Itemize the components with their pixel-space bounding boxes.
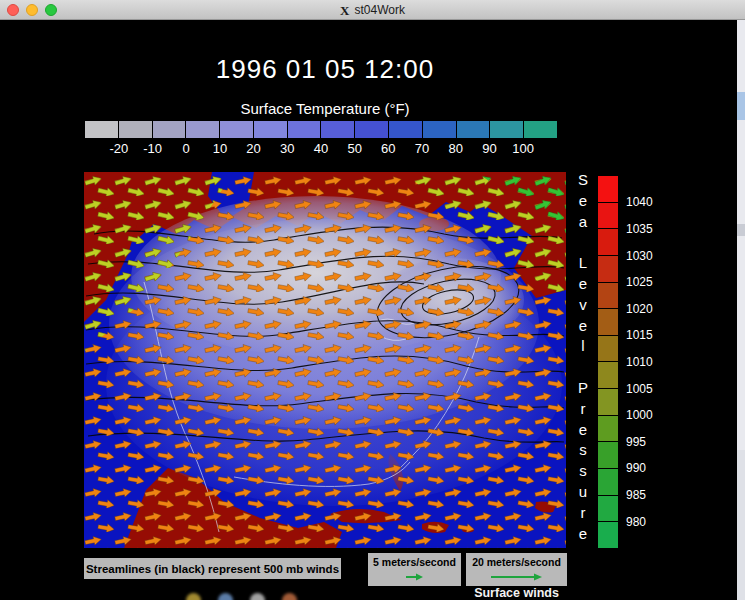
pressure-color-segment — [598, 362, 618, 388]
temp-tick: 50 — [338, 141, 372, 156]
pressure-tick: 1010 — [626, 349, 670, 376]
dock-icon-blur — [282, 593, 297, 600]
temp-color-segment — [288, 121, 321, 138]
wind-legend-20ms: 20 meters/second — [466, 553, 567, 586]
temp-color-segment — [186, 121, 219, 138]
temp-tick: -10 — [136, 141, 170, 156]
pressure-scale-title: S e a L e v e l P r e s s u r e — [573, 170, 593, 544]
temp-color-segment — [490, 121, 523, 138]
sliver-blue-block — [737, 92, 745, 120]
temp-color-segment — [321, 121, 354, 138]
temp-tick: 0 — [169, 141, 203, 156]
wind-arrow-5ms-icon — [404, 572, 426, 582]
temp-tick: 70 — [405, 141, 439, 156]
temp-tick: 60 — [372, 141, 406, 156]
pressure-tick: 990 — [626, 455, 670, 482]
pressure-color-segment — [598, 256, 618, 282]
temp-color-segment — [153, 121, 186, 138]
pressure-tick: 1005 — [626, 375, 670, 402]
temp-color-segment — [220, 121, 253, 138]
pressure-color-segment — [598, 336, 618, 362]
pressure-tick: 1015 — [626, 322, 670, 349]
screen: X st04Work 1996 01 05 12:00 Surface Temp… — [0, 0, 745, 600]
temp-tick: 30 — [270, 141, 304, 156]
pressure-color-segment — [598, 309, 618, 335]
surface-wind-field — [84, 172, 566, 548]
temp-tick: 40 — [304, 141, 338, 156]
temp-color-segment — [457, 121, 490, 138]
pressure-tick: 1020 — [626, 295, 670, 322]
pressure-colorbar — [598, 176, 618, 548]
pressure-color-segment — [598, 229, 618, 255]
temp-color-segment — [355, 121, 388, 138]
pressure-tick-labels: 1040103510301025102010151010100510009959… — [626, 176, 670, 548]
pressure-color-segment — [598, 496, 618, 522]
temp-tick: 100 — [506, 141, 540, 156]
background-window-sliver — [737, 20, 745, 600]
temp-tick: 90 — [473, 141, 507, 156]
temp-color-segment — [524, 121, 557, 138]
temp-scale-title: Surface Temperature (°F) — [84, 100, 566, 117]
streamline-note: Streamlines (in black) represent 500 mb … — [84, 558, 341, 579]
window-title: X st04Work — [0, 0, 745, 20]
temp-color-segment — [85, 121, 118, 138]
temp-color-segment — [119, 121, 152, 138]
pressure-tick: 980 — [626, 508, 670, 535]
pressure-color-segment — [598, 176, 618, 202]
pressure-color-segment — [598, 283, 618, 309]
pressure-tick: 1025 — [626, 269, 670, 296]
temp-tick: -20 — [102, 141, 136, 156]
x11-icon: X — [340, 4, 349, 17]
temp-color-segment — [389, 121, 422, 138]
dock-icon-blur — [186, 593, 201, 600]
pressure-color-segment — [598, 416, 618, 442]
timestamp: 1996 01 05 12:00 — [84, 54, 566, 85]
temp-color-segment — [423, 121, 456, 138]
wind-legend-20ms-label: 20 meters/second — [472, 556, 561, 568]
wind-legend-5ms: 5 meters/second — [368, 553, 461, 586]
dock-icon-blur — [250, 593, 265, 600]
pressure-tick: 1035 — [626, 216, 670, 243]
window-titlebar[interactable]: X st04Work — [0, 0, 745, 20]
pressure-tick: 1030 — [626, 242, 670, 269]
pressure-color-segment — [598, 442, 618, 468]
pressure-color-segment — [598, 203, 618, 229]
dock-icons-sliver — [178, 592, 338, 600]
pressure-color-segment — [598, 522, 618, 548]
wind-arrow-20ms-icon — [489, 572, 545, 582]
wind-legend-5ms-label: 5 meters/second — [373, 556, 456, 568]
dock-icon-blur — [218, 593, 233, 600]
pressure-tick: 985 — [626, 482, 670, 509]
temp-tick: 10 — [203, 141, 237, 156]
pressure-tick: 1000 — [626, 402, 670, 429]
pressure-tick: 1040 — [626, 189, 670, 216]
pressure-color-segment — [598, 469, 618, 495]
temp-tick-labels: -20-100102030405060708090100 — [102, 141, 540, 156]
sliver-mark — [737, 224, 745, 236]
temp-tick: 20 — [237, 141, 271, 156]
sliver-lower-block — [737, 450, 745, 600]
surface-winds-label: Surface winds — [466, 586, 567, 600]
window-title-text: st04Work — [354, 3, 404, 17]
temp-color-segment — [254, 121, 287, 138]
temp-colorbar — [85, 121, 557, 138]
weather-map[interactable] — [84, 172, 566, 548]
pressure-tick: 995 — [626, 428, 670, 455]
temp-tick: 80 — [439, 141, 473, 156]
pressure-color-segment — [598, 389, 618, 415]
